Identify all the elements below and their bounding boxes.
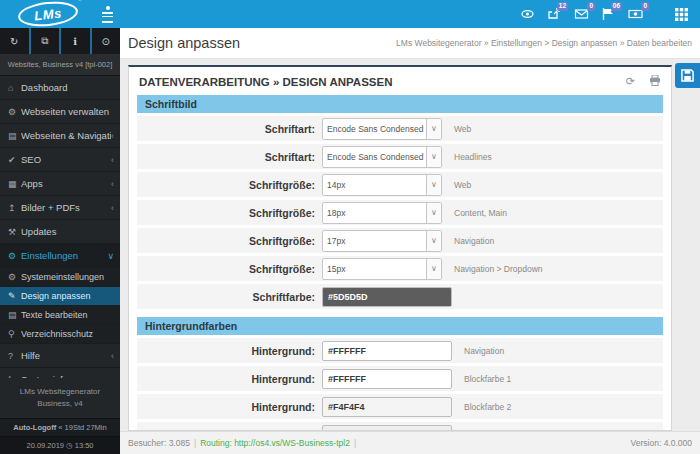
- eye-icon[interactable]: [518, 5, 536, 23]
- auto-logoff-bar: Auto-Logoff « 19Std 27Min: [0, 418, 120, 436]
- sidebar-item-label: Hilfe: [21, 350, 111, 361]
- double-angle-icon: «: [58, 423, 62, 432]
- select-schriftart[interactable]: Encode Sans Condensed∨: [322, 146, 442, 168]
- sidebar-item-webseiten-navigation[interactable]: ▤Webseiten & Navigation‹: [0, 124, 120, 148]
- notification-badge: 0: [587, 2, 595, 11]
- sidebar-item-webseiten-verwalten[interactable]: ⚙Webseiten verwalten: [0, 100, 120, 124]
- cash-icon[interactable]: 0: [626, 5, 644, 23]
- sidebar-item-seo[interactable]: ✔SEO‹: [0, 148, 120, 172]
- pages-icon: ▤: [8, 131, 21, 141]
- flag-icon[interactable]: 06: [599, 5, 617, 23]
- sidebar-item-label: Verzeichnisschutz: [21, 329, 114, 339]
- select-schriftart[interactable]: Encode Sans Condensed∨: [322, 118, 442, 140]
- chevron-left-icon: ‹: [111, 179, 114, 189]
- toolbar-button-info-icon[interactable]: ℹ: [61, 28, 92, 54]
- sync-icon: ↻: [10, 36, 18, 47]
- title-strip: Design anpassen LMs Websitegenerator » E…: [120, 28, 700, 59]
- save-button[interactable]: [675, 63, 700, 88]
- color-input[interactable]: #EEEEEE: [322, 425, 452, 432]
- form-row: Hintergrund:#FFFFFFBlockfarbe 1: [137, 366, 663, 391]
- brand-line2: Business, v4: [2, 398, 118, 410]
- breadcrumb[interactable]: LMs Websitegenerator » Einstellungen > D…: [396, 38, 692, 48]
- field-label: Schriftgröße:: [137, 179, 322, 191]
- chevron-left-icon: ‹: [111, 203, 114, 213]
- key-icon: ⚲: [8, 329, 21, 339]
- logo-ellipse: LMs ®: [17, 0, 79, 29]
- notification-badge: 06: [611, 2, 622, 11]
- toolbar-button-power-icon[interactable]: ⊙: [92, 28, 121, 54]
- sidebar-item-label: Systemeinstellungen: [21, 272, 114, 282]
- chevron-left-icon: ‹: [111, 351, 114, 361]
- sidebar-item-design-anpassen[interactable]: ✎Design anpassen: [0, 287, 120, 306]
- color-input[interactable]: #FFFFFF: [322, 341, 452, 361]
- select-value: 14px: [323, 180, 426, 190]
- form-row: Schriftart:Encode Sans Condensed∨Headlin…: [137, 144, 663, 169]
- panel-title: DATENVERARBEITUNG » DESIGN ANPASSEN: [139, 76, 392, 88]
- field-label: Schriftgröße:: [137, 235, 322, 247]
- logo[interactable]: LMs ®: [0, 0, 96, 28]
- chevron-down-icon: ∨: [426, 231, 441, 251]
- form-panel: DATENVERARBEITUNG » DESIGN ANPASSEN ⟳ Sc…: [128, 65, 672, 431]
- top-bar: LMs ® 120060: [0, 0, 700, 28]
- file-text-icon: ▤: [8, 310, 21, 320]
- field-label: Schriftgröße:: [137, 207, 322, 219]
- sidebar-item-bilder-pdfs[interactable]: ↥Bilder + PDFs‹: [0, 196, 120, 220]
- sidebar-item-systeminfo[interactable]: ℹSysteminfo‹: [0, 368, 120, 378]
- sidebar-item-texte-bearbeiten[interactable]: ▤Texte bearbeiten: [0, 306, 120, 325]
- copy-icon: ⧉: [41, 35, 48, 47]
- sidebar-item-label: Apps: [21, 178, 111, 189]
- sidebar-item-updates[interactable]: ⚒Updates: [0, 220, 120, 244]
- sidebar-item-einstellungen[interactable]: ⚙Einstellungen∨: [0, 244, 120, 268]
- field-note: Web: [454, 124, 471, 134]
- toolbar-button-copy-icon[interactable]: ⧉: [31, 28, 62, 54]
- visitors-count: Besucher: 3.085: [128, 438, 190, 448]
- print-icon[interactable]: [649, 75, 661, 88]
- date-value: 20.09.2019: [26, 441, 64, 450]
- sidebar-item-label: Design anpassen: [21, 291, 114, 301]
- toolbar-button-sync-icon[interactable]: ↻: [0, 28, 31, 54]
- content-area: DATENVERARBEITUNG » DESIGN ANPASSEN ⟳ Sc…: [120, 59, 700, 431]
- panel-header: DATENVERARBEITUNG » DESIGN ANPASSEN ⟳: [129, 67, 671, 95]
- sidebar-item-hilfe[interactable]: ?Hilfe‹: [0, 344, 120, 368]
- logo-registered-mark: ®: [77, 0, 83, 2]
- external-link-icon[interactable]: 12: [545, 5, 563, 23]
- mail-icon[interactable]: 0: [572, 5, 590, 23]
- panel-tools: ⟳: [626, 75, 661, 88]
- section-header: Schriftbild: [137, 95, 663, 113]
- sidebar-item-systemeinstellungen[interactable]: ⚙Systemeinstellungen: [0, 268, 120, 287]
- site-label: Websites, Business v4 [tpl-002]: [0, 54, 120, 76]
- sidebar-item-label: Bilder + PDFs: [21, 202, 111, 213]
- field-label: Schriftart:: [137, 123, 322, 135]
- save-icon: [681, 69, 694, 82]
- field-note: Content, Main: [454, 208, 507, 218]
- select-schriftgre[interactable]: 15px∨: [322, 258, 442, 280]
- sidebar-item-dashboard[interactable]: ⌂Dashboard: [0, 76, 120, 100]
- color-input[interactable]: #5D5D5D: [322, 287, 452, 307]
- select-schriftgre[interactable]: 14px∨: [322, 174, 442, 196]
- field-label: Schriftfarbe:: [137, 291, 322, 303]
- grid-icon[interactable]: [672, 5, 690, 23]
- form-row: Schriftgröße:17px∨Navigation: [137, 228, 663, 253]
- select-schriftgre[interactable]: 18px∨: [322, 202, 442, 224]
- main-area: Design anpassen LMs Websitegenerator » E…: [120, 28, 700, 454]
- field-note: Navigation > Dropdown: [454, 264, 543, 274]
- sidebar-item-verzeichnisschutz[interactable]: ⚲Verzeichnisschutz: [0, 325, 120, 344]
- version-label: Version: 4.0.000: [631, 438, 692, 448]
- select-schriftgre[interactable]: 17px∨: [322, 230, 442, 252]
- help-icon: ?: [8, 351, 21, 361]
- refresh-icon[interactable]: ⟳: [626, 76, 635, 87]
- sidebar-toggle[interactable]: [102, 6, 113, 23]
- field-note: Blockfarbe 3: [464, 430, 511, 432]
- section-header: Hintergrundfarben: [137, 317, 663, 335]
- field-label: Hintergrund:: [137, 373, 322, 385]
- form-row: Hintergrund:#EEEEEEBlockfarbe 3: [137, 422, 663, 431]
- color-input[interactable]: #FFFFFF: [322, 369, 452, 389]
- field-note: Navigation: [454, 236, 494, 246]
- hamburger-icon: [102, 12, 113, 23]
- chevron-down-icon: ∨: [426, 203, 441, 223]
- auto-logoff-label: Auto-Logoff: [13, 423, 56, 432]
- sidebar-item-apps[interactable]: ▦Apps‹: [0, 172, 120, 196]
- gear-icon: ⚙: [8, 272, 21, 282]
- color-input[interactable]: #F4F4F4: [322, 397, 452, 417]
- routing-link[interactable]: Routing: http://os4.vs/WS-Business-tpl2: [200, 438, 350, 448]
